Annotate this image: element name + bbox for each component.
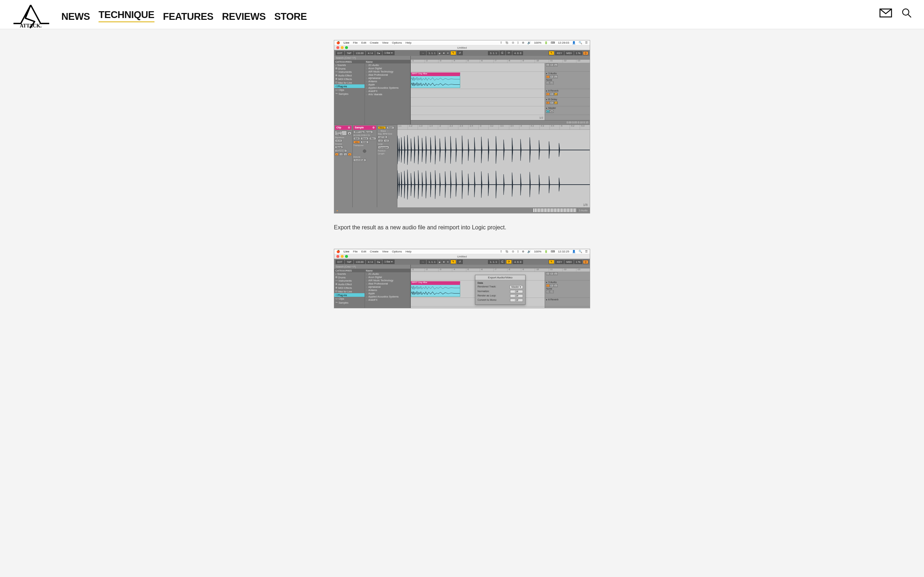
quantize-field[interactable]: 1 Bar ▾: [383, 259, 394, 264]
browser-item[interactable]: ▷Akai Professional: [365, 73, 410, 76]
play-button[interactable]: ▶: [438, 51, 442, 55]
loop-start-field[interactable]: 1. 1. 1: [488, 260, 498, 264]
metronome-button[interactable]: 0●: [375, 51, 382, 55]
clip-name-field[interactable]: RPFT Orig 4: [335, 131, 347, 135]
cat-drums[interactable]: ⊞Drums: [334, 276, 365, 279]
quantize-field[interactable]: 1 Bar ▾: [383, 51, 394, 55]
browser-item[interactable]: ▷AraldFX: [365, 298, 410, 301]
stop-button[interactable]: ■: [442, 260, 446, 264]
edit-button[interactable]: Edit: [353, 137, 360, 140]
close-window-icon[interactable]: [336, 46, 339, 49]
track-header[interactable]: ⊙S●: [545, 272, 590, 280]
track-header-return[interactable]: ▸ B Delay BSPost: [545, 98, 590, 106]
menu-file[interactable]: File: [353, 250, 358, 253]
cat-audio-effects[interactable]: ⊕Audio Effect: [334, 282, 365, 286]
menu-app[interactable]: Live: [344, 41, 349, 44]
browser-item[interactable]: ▷alphakanal: [365, 76, 410, 80]
draw-button[interactable]: ✎: [549, 51, 554, 55]
start-button[interactable]: Start: [386, 126, 394, 129]
cat-plugins[interactable]: ◁Plug-ins: [334, 84, 365, 88]
detune-field[interactable]: 0 ct 0.00 dB: [353, 159, 366, 161]
browser-item[interactable]: ▷Antares: [365, 288, 410, 292]
cat-max-for-live[interactable]: ⊡Max for Live: [334, 290, 365, 293]
tap-button[interactable]: TAP: [345, 260, 353, 264]
browser-item[interactable]: ▷2C-Audio: [365, 272, 410, 276]
mail-icon[interactable]: [879, 8, 892, 18]
key-map-button[interactable]: KEY: [555, 51, 564, 55]
record-button[interactable]: ●: [446, 51, 450, 55]
browser-item[interactable]: ▷Applied Acoustics Systems: [365, 86, 410, 89]
export-mono-toggle[interactable]: Off: [510, 298, 523, 302]
key-map-button[interactable]: KEY: [555, 260, 564, 264]
track-lane[interactable]: [411, 89, 544, 98]
signature-field[interactable]: 4 / 4: [366, 51, 375, 55]
browser-item[interactable]: ▷Arto Vaarala: [365, 93, 410, 96]
cat-clips[interactable]: ▭Clips: [334, 297, 365, 300]
signature-field[interactable]: 4 / 4: [335, 139, 342, 142]
ext-button[interactable]: EXT: [336, 51, 344, 55]
menu-options[interactable]: Options: [392, 41, 402, 44]
automation-button[interactable]: ↺: [457, 259, 463, 264]
menu-help[interactable]: Help: [406, 250, 412, 253]
browser-item[interactable]: ▷AraldFX: [365, 89, 410, 93]
position-field[interactable]: 1. 1. 1: [426, 51, 437, 55]
zoom-window-icon[interactable]: [345, 46, 348, 49]
menu-options[interactable]: Options: [392, 250, 402, 253]
nav-technique[interactable]: TECHNIQUE: [99, 10, 155, 23]
cat-samples[interactable]: 〜Samples: [334, 300, 365, 305]
audio-clip[interactable]: RPFT Orig 4Bar: [411, 281, 460, 297]
ram-button[interactable]: RAM: [360, 141, 368, 143]
track-header-audio[interactable]: ▸ 3 Audio 3S● None -inf-inf: [545, 280, 590, 298]
midi-map-button[interactable]: MIDI: [564, 260, 573, 264]
browser-item[interactable]: ▷AIR Music Technology: [365, 279, 410, 282]
track-header[interactable]: ⊙S●: [545, 63, 590, 72]
nav-store[interactable]: STORE: [274, 11, 307, 23]
track-header-return[interactable]: ▸ A Reverb ASPost: [545, 89, 590, 98]
position-field[interactable]: 1. 1. 1: [426, 260, 437, 264]
cat-sounds[interactable]: ♪Sounds: [334, 272, 365, 276]
browser-item[interactable]: ▷Acon Digital: [365, 276, 410, 279]
track-header-audio[interactable]: ▸ 3 Audio 3S● None -inf-inf: [545, 72, 590, 89]
browser-item[interactable]: ▷alphakanal: [365, 285, 410, 288]
stop-button[interactable]: ■: [442, 51, 446, 55]
warp-mode[interactable]: Complx▾: [378, 146, 389, 149]
time-ruler[interactable]: -1-2-3-4-5-6-7-8-9-10-11-12-13: [411, 60, 590, 63]
cat-samples[interactable]: 〜Samples: [334, 92, 365, 96]
browser-item[interactable]: ▷Antares: [365, 80, 410, 83]
bpm-field[interactable]: 127.50: [378, 135, 387, 139]
save-button[interactable]: Save: [360, 137, 368, 140]
track-lane[interactable]: [411, 63, 544, 72]
menu-help[interactable]: Help: [406, 41, 412, 44]
rev-button[interactable]: Rev: [369, 137, 376, 140]
browser-item[interactable]: ▷Apple: [365, 292, 410, 295]
site-logo[interactable]: ATTACK.: [11, 3, 50, 29]
zoom-window-icon[interactable]: [345, 255, 348, 258]
loop-length-field[interactable]: 4. 0. 0: [512, 51, 523, 55]
track-lane-audio[interactable]: RPFT Orig 4Bar: [411, 72, 544, 89]
overdub-button[interactable]: ✎: [451, 259, 456, 264]
record-button[interactable]: ●: [446, 260, 450, 264]
menu-edit[interactable]: Edit: [361, 250, 366, 253]
menu-edit[interactable]: Edit: [361, 41, 366, 44]
export-normalize-toggle[interactable]: Off: [510, 290, 523, 293]
audio-clip[interactable]: RPFT Orig 4Bar: [411, 73, 460, 88]
cat-audio-effects[interactable]: ⊕Audio Effect: [334, 74, 365, 77]
track-header-master[interactable]: ▸ Master ■■: [545, 106, 590, 115]
overview-bar[interactable]: [411, 265, 590, 268]
cat-sounds[interactable]: ♪Sounds: [334, 63, 365, 67]
follow-button[interactable]: →: [420, 51, 426, 55]
signature-field[interactable]: 4 / 4: [366, 260, 375, 264]
waveform-display[interactable]: 1.1-1.2-1.3-1.4-2-2.2-2.3-2.4-3-3.2-3.3-…: [397, 125, 590, 207]
cat-max-for-live[interactable]: ⊡Max for Live: [334, 81, 365, 84]
cat-clips[interactable]: ▭Clips: [334, 88, 365, 92]
cat-drums[interactable]: ⊞Drums: [334, 67, 365, 70]
commit-button[interactable]: (Commit): [335, 149, 347, 152]
browser-item[interactable]: ▷Acon Digital: [365, 67, 410, 70]
clip-btn[interactable]: ●: [335, 153, 339, 156]
browser-item[interactable]: ▷2C-Audio: [365, 63, 410, 67]
browser-search[interactable]: Search (Cmd + F): [334, 56, 410, 60]
midi-map-button[interactable]: MIDI: [564, 51, 573, 55]
cat-midi-effects[interactable]: ⊕MIDI Effects: [334, 77, 365, 81]
warp-button[interactable]: Warp: [378, 126, 386, 129]
ext-button[interactable]: EXT: [336, 260, 344, 264]
